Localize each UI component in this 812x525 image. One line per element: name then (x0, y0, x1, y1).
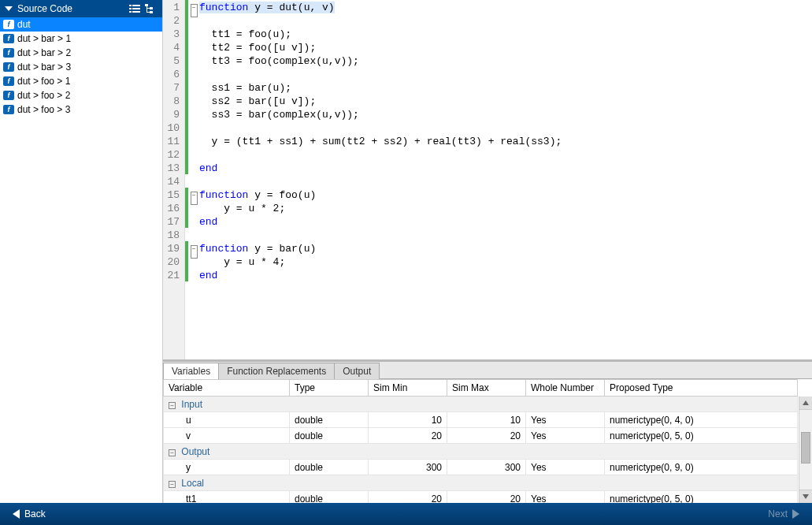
variables-table: VariableTypeSim MinSim MaxWhole NumberPr… (163, 379, 798, 503)
group-label: Local (179, 478, 204, 489)
cell-type: double (290, 491, 369, 504)
svg-rect-0 (129, 5, 132, 6)
code-editor[interactable]: 123456789101112131415161718192021 −−− fu… (163, 0, 812, 359)
table-row[interactable]: vdouble2020Yesnumerictype(0, 5, 0) (164, 428, 798, 444)
svg-rect-2 (129, 8, 132, 9)
code-line[interactable]: ss1 = bar(u); (199, 82, 812, 95)
function-icon (3, 91, 14, 100)
svg-rect-8 (150, 11, 153, 13)
code-line[interactable] (199, 176, 812, 189)
tree-item-label: dut > bar > 2 (17, 47, 71, 58)
tree-item[interactable]: dut (0, 17, 162, 32)
cell-prop: numerictype(0, 5, 0) (605, 491, 798, 504)
cell-max: 20 (447, 491, 526, 504)
tree-view-icon[interactable] (143, 2, 158, 15)
group-row[interactable]: − Output (164, 444, 798, 460)
tree-item[interactable]: dut > bar > 1 (0, 32, 162, 46)
next-label: Next (768, 508, 788, 519)
cell-type: double (290, 460, 369, 475)
table-row[interactable]: ydouble300300Yesnumerictype(0, 9, 0) (164, 460, 798, 475)
tree-item-label: dut > bar > 1 (17, 33, 71, 44)
code-line[interactable] (199, 229, 812, 243)
collapse-triangle-icon[interactable] (5, 6, 13, 11)
back-button[interactable]: Back (8, 507, 50, 521)
cell-min: 300 (369, 460, 447, 475)
scroll-up-icon[interactable] (799, 397, 812, 410)
tab[interactable]: Function Replacements (218, 363, 335, 379)
column-header[interactable]: Whole Number (526, 380, 605, 397)
tree-item[interactable]: dut > foo > 3 (0, 102, 162, 117)
code-line[interactable]: ss2 = bar([u v]); (199, 95, 812, 109)
cell-var: y (164, 460, 290, 475)
column-header[interactable]: Proposed Type (605, 380, 798, 397)
cell-whole: Yes (526, 491, 605, 504)
group-row[interactable]: − Input (164, 397, 798, 412)
svg-rect-9 (146, 6, 147, 13)
next-button[interactable]: Next (763, 507, 804, 521)
code-line[interactable]: end (199, 270, 812, 283)
fold-toggle-icon[interactable]: − (191, 245, 198, 259)
code-line[interactable]: ss3 = bar(complex(u,v)); (199, 109, 812, 122)
svg-rect-1 (132, 5, 140, 6)
tree-item[interactable]: dut > foo > 1 (0, 74, 162, 88)
tab[interactable]: Output (334, 363, 380, 379)
scroll-thumb[interactable] (801, 432, 810, 464)
code-line[interactable]: end (199, 162, 812, 176)
column-header[interactable]: Variable (164, 380, 290, 397)
code-line[interactable]: y = u * 4; (199, 256, 812, 270)
scroll-down-icon[interactable] (799, 490, 812, 503)
code-line[interactable]: function y = dut(u, v) (199, 2, 812, 15)
tree-item[interactable]: dut > bar > 3 (0, 60, 162, 74)
svg-rect-4 (129, 11, 132, 13)
tree-item[interactable]: dut > foo > 2 (0, 88, 162, 102)
table-row[interactable]: tt1double2020Yesnumerictype(0, 5, 0) (164, 491, 798, 504)
code-line[interactable]: function y = bar(u) (199, 243, 812, 256)
content-area: 123456789101112131415161718192021 −−− fu… (163, 0, 812, 503)
function-icon (3, 34, 14, 43)
cell-min: 20 (369, 428, 447, 444)
code-line[interactable]: tt1 = foo(u); (199, 28, 812, 42)
tab[interactable]: Variables (163, 363, 219, 379)
group-collapse-icon[interactable]: − (169, 481, 176, 488)
column-header[interactable]: Sim Min (369, 380, 447, 397)
group-collapse-icon[interactable]: − (169, 449, 176, 456)
function-icon (3, 76, 14, 86)
table-body: − Inputudouble1010Yesnumerictype(0, 4, 0… (164, 397, 798, 504)
table-row[interactable]: udouble1010Yesnumerictype(0, 4, 0) (164, 412, 798, 428)
bottom-tabs: VariablesFunction ReplacementsOutput (163, 362, 812, 379)
cell-var: v (164, 428, 290, 444)
function-icon (3, 48, 14, 58)
code-line[interactable]: y = (tt1 + ss1) + sum(tt2 + ss2) + real(… (199, 136, 812, 149)
svg-rect-10 (146, 8, 150, 9)
svg-rect-11 (146, 12, 150, 13)
list-view-icon[interactable] (128, 2, 142, 15)
cell-prop: numerictype(0, 9, 0) (605, 460, 798, 475)
column-header[interactable]: Type (290, 380, 369, 397)
fold-toggle-icon[interactable]: − (191, 192, 198, 205)
fold-toggle-icon[interactable]: − (191, 4, 198, 17)
vertical-scrollbar[interactable] (799, 397, 812, 503)
code-text-area[interactable]: function y = dut(u, v) tt1 = foo(u); tt2… (199, 0, 812, 359)
code-line[interactable] (199, 69, 812, 82)
code-line[interactable]: tt3 = foo(complex(u,v)); (199, 55, 812, 69)
sidebar-header: Source Code (0, 0, 162, 17)
function-icon (3, 20, 14, 29)
code-line[interactable]: y = u * 2; (199, 203, 812, 216)
cell-max: 20 (447, 428, 526, 444)
code-line[interactable] (199, 122, 812, 136)
code-line[interactable]: function y = foo(u) (199, 189, 812, 203)
cell-min: 20 (369, 491, 447, 504)
column-header[interactable]: Sim Max (447, 380, 526, 397)
code-line[interactable] (199, 149, 812, 162)
group-collapse-icon[interactable]: − (169, 402, 176, 409)
code-line[interactable]: end (199, 216, 812, 229)
bottom-panel: VariablesFunction ReplacementsOutput Var… (163, 359, 812, 503)
code-line[interactable]: tt2 = foo([u v]); (199, 42, 812, 55)
code-line[interactable] (199, 15, 812, 28)
footer-bar: Back Next (0, 503, 812, 525)
group-label: Input (179, 399, 202, 410)
cell-whole: Yes (526, 412, 605, 428)
group-row[interactable]: − Local (164, 475, 798, 491)
back-label: Back (24, 508, 46, 519)
tree-item[interactable]: dut > bar > 2 (0, 46, 162, 60)
